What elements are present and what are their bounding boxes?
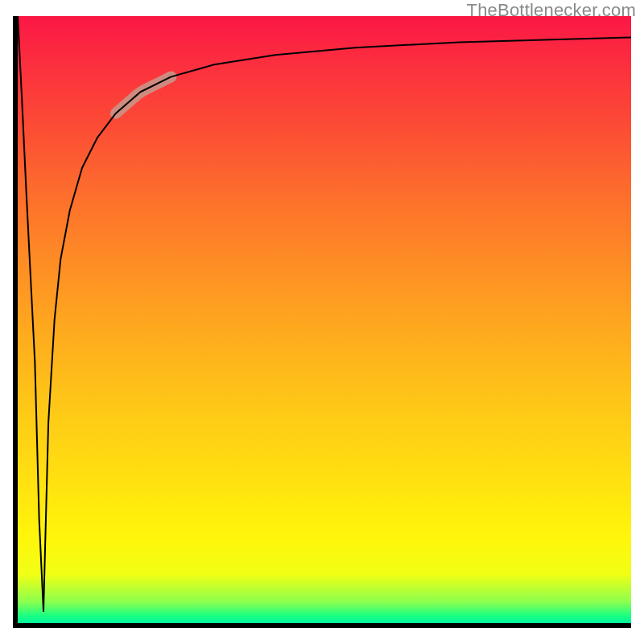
series-leading-spike (18, 16, 43, 611)
curve-layer (18, 16, 631, 623)
series-recovery-curve (43, 37, 631, 611)
watermark-label: TheBottlenecker.com (467, 0, 636, 21)
chart-container: TheBottlenecker.com (0, 0, 644, 644)
x-axis (13, 623, 631, 628)
curve-group (18, 16, 631, 611)
highlight-segment (116, 76, 171, 113)
plot-area (18, 16, 631, 623)
